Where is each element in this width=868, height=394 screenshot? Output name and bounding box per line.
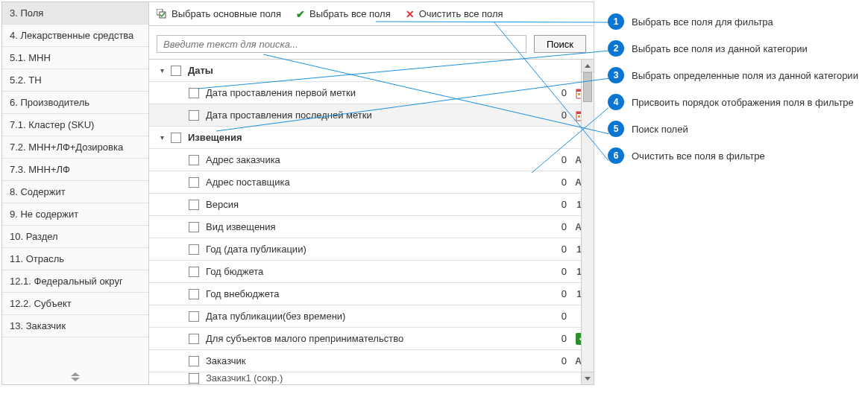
field-label: Вид извещения [201,221,552,232]
field-row: Дата публикации(без времени)0 [149,305,594,328]
checkmark-icon: ✔ [296,8,305,20]
expander-icon[interactable]: ▾ [157,66,167,76]
select-all-button[interactable]: ✔ Выбрать все поля [293,7,394,22]
sidebar-item[interactable]: 6. Производитель [2,92,148,114]
toolbar: Выбрать основные поля ✔ Выбрать все поля… [149,2,594,26]
expander-icon[interactable]: ▾ [157,133,167,143]
main-frame: 3. Поля4. Лекарственные средства5.1. МНН… [1,1,594,385]
callout-badge: 6 [608,147,624,164]
field-checkbox[interactable] [189,110,199,121]
field-label: Версия [201,199,552,210]
field-label: Адрес заказчика [201,154,552,165]
field-label: Дата проставления последней метки [201,109,552,121]
field-label: Заказчик [201,355,552,366]
sidebar-item[interactable]: 4. Лекарственные средства [2,25,148,47]
field-checkbox[interactable] [189,289,199,299]
search-input[interactable] [157,35,526,53]
sidebar-down-icon[interactable] [71,378,80,381]
group-row: ▾Даты [149,60,594,82]
sidebar-item[interactable]: 7.2. МНН+ЛФ+Дозировка [2,136,148,159]
field-checkbox[interactable] [189,311,199,322]
scroll-track[interactable] [582,72,594,372]
field-order[interactable]: 0 [552,266,570,277]
field-order[interactable]: 0 [552,87,570,98]
sidebar-scroll [2,369,148,384]
field-label: Год бюджета [201,266,552,277]
field-checkbox[interactable] [189,155,199,165]
scroll-thumb[interactable] [583,72,592,102]
sidebar-item[interactable]: 11. Отрасль [2,248,148,270]
group-checkbox[interactable] [171,66,181,76]
callout-badge: 2 [608,40,624,57]
field-row: Дата проставления последней метки0 [149,104,594,127]
sidebar: 3. Поля4. Лекарственные средства5.1. МНН… [2,2,149,384]
callout: 2Выбрать все поля из данной категории [608,40,858,57]
group-row: ▾Извещения [149,127,594,149]
sidebar-item[interactable]: 10. Раздел [2,226,148,248]
select-all-label: Выбрать все поля [309,8,391,19]
group-checkbox[interactable] [171,133,181,143]
field-order[interactable]: 0 [552,333,570,344]
callout-text: Очистить все поля в фильтре [632,150,765,162]
callout-text: Выбрать все поля из данной категории [632,43,808,54]
field-checkbox[interactable] [189,222,199,232]
field-row: Год (дата публикации)012 [149,238,594,261]
field-checkbox[interactable] [189,200,199,210]
callout: 3Выбрать определенные поля из данной кат… [608,67,858,83]
field-order[interactable]: 0 [552,244,570,255]
field-checkbox[interactable] [189,334,199,344]
field-checkbox[interactable] [189,88,199,98]
callout-badge: 5 [608,121,624,137]
field-order[interactable]: 0 [552,199,570,210]
select-main-label: Выбрать основные поля [172,8,281,19]
sidebar-item[interactable]: 5.1. МНН [2,47,148,69]
field-label: Дата публикации(без времени) [201,311,552,322]
search-button[interactable]: Поиск [534,35,586,53]
scrollbar[interactable] [581,60,594,384]
sidebar-item[interactable]: 12.1. Федеральный округ [2,270,148,293]
field-label: Дата проставления первой метки [201,87,552,98]
field-label: Заказчик1 (сокр.) [201,372,594,384]
chevron-up-icon [585,64,591,68]
callout-badge: 3 [608,67,624,83]
svg-rect-7 [578,115,580,118]
sidebar-item[interactable]: 7.1. Кластер (SKU) [2,114,148,136]
field-row: Адрес поставщика0AB [149,171,594,194]
field-row: Заказчик0AB [149,350,594,372]
field-label: Год внебюджета [201,288,552,299]
callout: 4Присвоить порядок отображения поля в фи… [608,94,858,110]
sidebar-item[interactable]: 13. Заказчик [2,315,148,337]
field-checkbox[interactable] [189,244,199,255]
field-grid: ▾ДатыДата проставления первой метки0Дата… [149,59,594,384]
select-main-icon [157,9,167,19]
clear-all-button[interactable]: ✕ Очистить все поля [403,7,506,22]
field-order[interactable]: 0 [552,154,570,165]
field-order[interactable]: 0 [552,221,570,232]
field-label: Год (дата публикации) [201,244,552,255]
sidebar-up-icon[interactable] [71,372,80,376]
sidebar-item[interactable]: 8. Содержит [2,181,148,203]
svg-rect-4 [578,93,580,95]
field-checkbox[interactable] [189,356,199,366]
select-main-button[interactable]: Выбрать основные поля [154,7,284,21]
field-order[interactable]: 0 [552,288,570,299]
x-icon: ✕ [406,8,415,20]
field-row: Адрес заказчика0AB [149,149,594,171]
sidebar-item[interactable]: 9. Не содержит [2,203,148,226]
sidebar-item[interactable]: 5.2. ТН [2,69,148,92]
field-order[interactable]: 0 [552,177,570,188]
field-order[interactable]: 0 [552,109,570,121]
scroll-up-button[interactable] [582,60,594,72]
scroll-down-button[interactable] [582,372,594,384]
callout-text: Выбрать все поля для фильтра [632,16,773,28]
sidebar-item[interactable]: 12.2. Субъект [2,293,148,315]
field-checkbox[interactable] [189,267,199,277]
sidebar-item[interactable]: 3. Поля [2,2,148,25]
sidebar-item[interactable]: 7.3. МНН+ЛФ [2,159,148,181]
field-row: Дата проставления первой метки0 [149,82,594,104]
field-order[interactable]: 0 [552,311,570,322]
field-checkbox[interactable] [189,373,199,384]
field-order[interactable]: 0 [552,355,570,366]
field-row: Для субъектов малого препринимательство0… [149,328,594,350]
field-checkbox[interactable] [189,177,199,188]
